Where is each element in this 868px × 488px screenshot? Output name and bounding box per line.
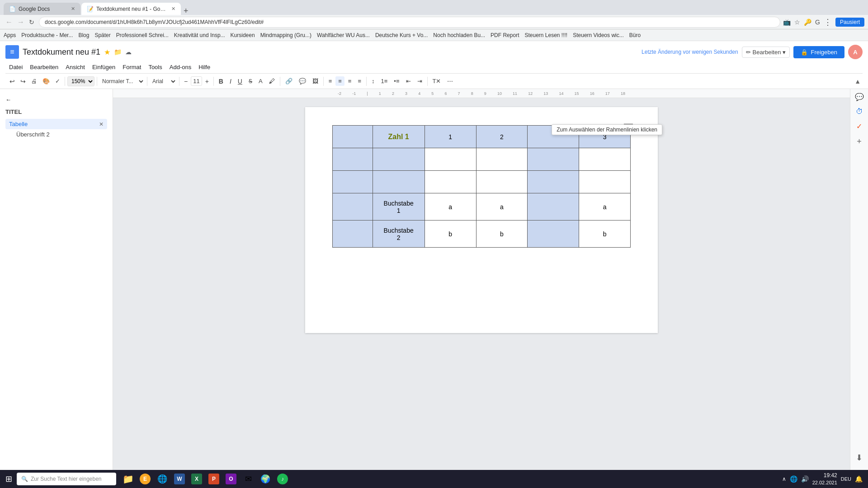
table-cell-3-1[interactable] — [373, 171, 425, 193]
bookmark-buero[interactable]: Büro — [629, 32, 641, 38]
volume-icon[interactable]: 🔊 — [801, 475, 809, 483]
table-cell-5-4[interactable] — [528, 221, 579, 248]
menu-format[interactable]: Format — [119, 62, 145, 72]
align-right[interactable]: ≡ — [345, 76, 354, 86]
decrease-indent[interactable]: ⇤ — [403, 76, 414, 86]
new-tab-button[interactable]: + — [181, 7, 191, 15]
increase-indent[interactable]: ⇥ — [415, 76, 425, 86]
table-cell-4-0[interactable] — [333, 193, 373, 221]
taskbar-app-excel[interactable]: X — [189, 471, 205, 487]
line-spacing-button[interactable]: ↕ — [369, 76, 377, 86]
clear-formatting[interactable]: T✕ — [430, 76, 444, 86]
bookmark-mindmapping[interactable]: Mindmapping (Gru...) — [260, 32, 311, 38]
redo-button[interactable]: ↪ — [18, 76, 28, 86]
taskbar-search[interactable]: 🔍 Zur Suche Text hier eingeben — [17, 473, 116, 485]
bookmark-steuern-lesen[interactable]: Steuern Lesen !!!! — [524, 32, 567, 38]
url-bar[interactable]: docs.google.com/document/d/1hUH8k6h7Lb8y… — [39, 17, 780, 28]
extension-icon[interactable]: 🔑 — [804, 19, 811, 26]
bookmark-professionell[interactable]: Professionell Schrei... — [116, 32, 169, 38]
star-icon[interactable]: ★ — [104, 48, 110, 56]
table-cell-h3[interactable]: 2 — [476, 126, 528, 148]
font-size-decrease[interactable]: − — [182, 76, 190, 86]
menu-tools[interactable]: Tools — [145, 62, 165, 72]
paint-format-button[interactable]: 🎨 — [40, 76, 52, 86]
style-select[interactable]: Normaler T... — [99, 77, 145, 86]
bookmark-wahlfaecher[interactable]: Wahlfächer WU Aus... — [317, 32, 370, 38]
bookmark-icon[interactable]: ☆ — [794, 19, 800, 26]
table-cell-2-0[interactable] — [333, 148, 373, 171]
table-cell-2-2[interactable] — [425, 148, 476, 171]
print-button[interactable]: 🖨 — [29, 76, 39, 86]
bookmark-hochladen[interactable]: Noch hochladen Bu... — [433, 32, 485, 38]
table-cell-4-3[interactable]: a — [476, 193, 528, 221]
table-cell-2-1[interactable] — [373, 148, 425, 171]
notification-icon[interactable]: 🔔 — [855, 475, 863, 483]
table-cell-5-0[interactable] — [333, 221, 373, 248]
table-cell-3-3[interactable] — [476, 171, 528, 193]
table-cell-5-2[interactable]: b — [425, 221, 476, 248]
menu-hilfe[interactable]: Hilfe — [195, 62, 214, 72]
tab1-close[interactable]: ✕ — [71, 6, 75, 12]
back-button[interactable]: ← — [4, 17, 14, 27]
spell-check-button[interactable]: ✓ — [53, 76, 62, 86]
scroll-down-icon[interactable]: ⬇ — [856, 453, 863, 463]
expand-icon[interactable]: ▲ — [854, 78, 861, 85]
align-justify[interactable]: ≡ — [355, 76, 364, 86]
taskbar-app-powerpoint[interactable]: P — [206, 471, 222, 487]
taskbar-app-chrome[interactable]: 🌐 — [154, 471, 170, 487]
table-cell-4-4[interactable] — [528, 193, 579, 221]
network-icon[interactable]: 🌐 — [790, 475, 797, 483]
sidebar-back[interactable]: ← — [5, 94, 107, 105]
folder-icon[interactable]: 📁 — [114, 48, 122, 56]
cloud-icon[interactable]: ☁ — [125, 48, 132, 56]
menu-ansicht[interactable]: Ansicht — [62, 62, 89, 72]
bookmark-spaeter[interactable]: Später — [94, 32, 110, 38]
zoom-select[interactable]: 150% — [67, 76, 94, 86]
undo-button[interactable]: ↩ — [7, 76, 17, 86]
table-cell-3-5[interactable] — [579, 171, 631, 193]
table-cell-5-3[interactable]: b — [476, 221, 528, 248]
doc-title[interactable]: Textdokument neu #1 — [23, 47, 100, 57]
bookmark-kreativitaet[interactable]: Kreativität und Insp... — [174, 32, 225, 38]
add-plus-icon[interactable]: + — [857, 137, 862, 146]
align-left[interactable]: ≡ — [326, 76, 335, 86]
table-cell-5-5[interactable]: b — [579, 221, 631, 248]
taskbar-app-onenote[interactable]: O — [223, 471, 239, 487]
translate-icon[interactable]: G — [815, 19, 820, 26]
highlight-button[interactable]: 🖊 — [266, 76, 278, 86]
italic-button[interactable]: I — [227, 76, 234, 86]
cast-icon[interactable]: 📺 — [783, 19, 791, 26]
taskbar-time-block[interactable]: 19:42 22.02.2021 — [812, 472, 837, 486]
menu-datei[interactable]: Datei — [5, 62, 26, 72]
table-cell-3-0[interactable] — [333, 171, 373, 193]
taskbar-app-spotify[interactable]: ♪ — [274, 471, 291, 487]
taskbar-app-chrome2[interactable]: 🌍 — [257, 471, 274, 487]
table-cell-2-5[interactable] — [579, 148, 631, 171]
menu-addons[interactable]: Add-ons — [166, 62, 195, 72]
table-cell-2-3[interactable] — [476, 148, 528, 171]
start-button[interactable]: ⊞ — [2, 472, 16, 486]
bookmark-pdf[interactable]: PDF Report — [491, 32, 519, 38]
text-color-button[interactable]: A — [256, 76, 265, 86]
table-cell-h0[interactable] — [333, 126, 373, 148]
align-center[interactable]: ≡ — [335, 76, 344, 86]
taskbar-app-mail[interactable]: ✉ — [240, 471, 256, 487]
font-size-increase[interactable]: + — [203, 76, 211, 86]
bullet-list-button[interactable]: •≡ — [391, 76, 402, 86]
bookmark-produktsuche[interactable]: Produktsuche - Mer... — [21, 32, 73, 38]
taskbar-app-files[interactable]: 📁 — [120, 471, 136, 487]
edit-mode-btn[interactable]: ✏ Bearbeiten ▾ — [742, 47, 790, 58]
table-cell-3-2[interactable] — [425, 171, 476, 193]
image-button[interactable]: 🖼 — [310, 76, 321, 86]
menu-einfuegen[interactable]: Einfügen — [89, 62, 119, 72]
table-cell-h1[interactable]: Zahl 1 — [373, 126, 425, 148]
share-button[interactable]: 🔒 Freigeben — [793, 46, 844, 58]
link-button[interactable]: 🔗 — [283, 76, 295, 86]
comment-button[interactable]: 💬 — [296, 76, 309, 86]
chat-icon[interactable]: 💬 — [855, 93, 864, 101]
table-cell-2-4[interactable] — [528, 148, 579, 171]
sidebar-item-tabelle[interactable]: Tabelle ✕ — [5, 119, 107, 129]
bookmark-blog[interactable]: Blog — [78, 32, 89, 38]
menu-dots[interactable]: ⋮ — [824, 17, 832, 27]
table-cell-4-5[interactable]: a — [579, 193, 631, 221]
